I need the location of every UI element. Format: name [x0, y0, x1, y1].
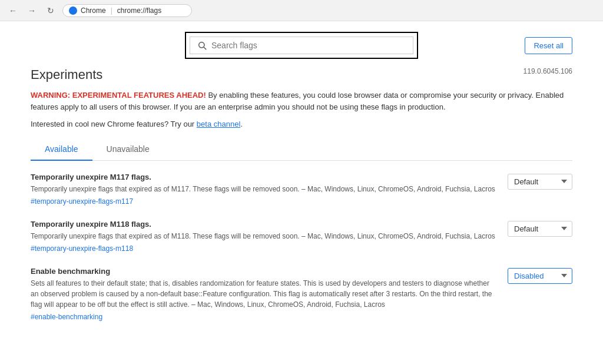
flag-name-m118: Temporarily unexpire M118 flags.: [31, 220, 498, 229]
favicon: [69, 6, 77, 15]
flag-info-benchmarking: Enable benchmarking Sets all features to…: [31, 267, 498, 321]
flag-select-m117[interactable]: Default Enabled Disabled: [508, 174, 572, 190]
flag-controls-m118: Default Enabled Disabled: [508, 220, 572, 237]
flag-name-m117: Temporarily unexpire M117 flags.: [31, 173, 498, 181]
browser-title-text: Chrome: [81, 6, 106, 15]
flag-item-m117: Temporarily unexpire M117 flags. Tempora…: [31, 173, 572, 206]
flag-item-benchmarking: Enable benchmarking Sets all features to…: [31, 267, 572, 321]
browser-chrome: ← → ↻ Chrome | chrome://flags: [0, 0, 603, 21]
back-button[interactable]: ←: [6, 4, 20, 18]
reset-all-button[interactable]: Reset all: [525, 37, 572, 54]
flag-info-m117: Temporarily unexpire M117 flags. Tempora…: [31, 173, 498, 206]
search-input[interactable]: [211, 41, 406, 50]
svg-line-1: [204, 47, 206, 49]
flag-name-benchmarking: Enable benchmarking: [31, 267, 498, 276]
flag-anchor-benchmarking[interactable]: #enable-benchmarking: [31, 313, 102, 321]
page-title: Experiments: [31, 67, 102, 82]
search-input-container: [190, 37, 413, 54]
flag-controls-benchmarking: Default Enabled Disabled: [508, 267, 572, 284]
flag-desc-benchmarking: Sets all features to their default state…: [31, 278, 498, 310]
url-text: chrome://flags: [117, 6, 161, 15]
search-box-wrapper: [185, 32, 418, 59]
reload-button[interactable]: ↻: [44, 4, 58, 18]
divider: |: [111, 6, 112, 15]
page-content: Reset all Experiments 119.0.6045.106 WAR…: [19, 21, 584, 321]
flag-anchor-m117[interactable]: #temporary-unexpire-flags-m117: [31, 197, 133, 206]
tab-available[interactable]: Available: [31, 138, 92, 161]
flag-select-m118[interactable]: Default Enabled Disabled: [508, 221, 572, 237]
version-text: 119.0.6045.106: [524, 67, 572, 75]
search-icon: [197, 41, 207, 50]
address-bar[interactable]: Chrome | chrome://flags: [62, 4, 192, 17]
flag-info-m118: Temporarily unexpire M118 flags. Tempora…: [31, 220, 498, 253]
forward-button[interactable]: →: [25, 4, 39, 18]
warning-text: WARNING: EXPERIMENTAL FEATURES AHEAD! By…: [31, 90, 572, 112]
interested-text: Interested in cool new Chrome features? …: [31, 118, 572, 130]
search-section: Reset all: [31, 21, 572, 65]
flag-desc-m117: Temporarily unexpire flags that expired …: [31, 184, 498, 194]
flag-desc-m118: Temporarily unexpire flags that expired …: [31, 231, 498, 241]
flag-item-m118: Temporarily unexpire M118 flags. Tempora…: [31, 220, 572, 253]
warning-bold: WARNING: EXPERIMENTAL FEATURES AHEAD!: [31, 91, 206, 100]
tab-unavailable[interactable]: Unavailable: [92, 138, 164, 161]
experiments-header: Experiments 119.0.6045.106: [31, 67, 572, 82]
tabs-section: Available Unavailable: [31, 138, 572, 161]
beta-channel-link[interactable]: beta channel: [197, 120, 240, 128]
warning-section: WARNING: EXPERIMENTAL FEATURES AHEAD! By…: [31, 90, 572, 130]
flag-controls-m117: Default Enabled Disabled: [508, 173, 572, 190]
flag-anchor-m118[interactable]: #temporary-unexpire-flags-m118: [31, 244, 133, 253]
flag-select-benchmarking[interactable]: Default Enabled Disabled: [508, 268, 572, 284]
